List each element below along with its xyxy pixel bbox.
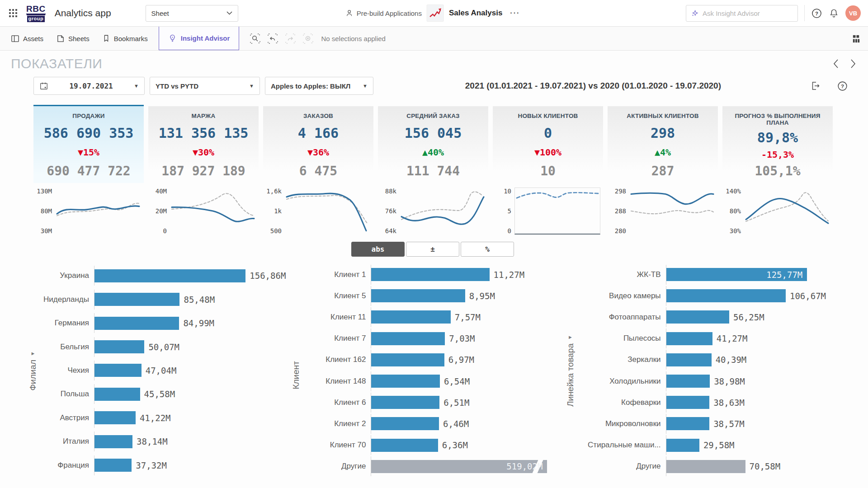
- apples-to-apples-dropdown[interactable]: Apples to Apples: ВЫКЛ ▼: [265, 77, 373, 95]
- bar[interactable]: [371, 268, 489, 281]
- kpi-card[interactable]: ПРОДАЖИ 586 690 353 ▼15% 690 477 722: [33, 105, 144, 183]
- bar-category-label[interactable]: Зеркалки: [581, 355, 666, 364]
- bar[interactable]: [666, 460, 745, 473]
- bar-category-label[interactable]: ЖК-ТВ: [581, 270, 666, 279]
- bar[interactable]: [94, 459, 132, 472]
- bar-category-label[interactable]: Клиент 11: [307, 313, 371, 322]
- bar[interactable]: [371, 375, 440, 388]
- bar-track: 7,57M: [371, 307, 553, 327]
- bar-category-label[interactable]: Стиральные маши...: [581, 441, 666, 450]
- more-menu-button[interactable]: ···: [507, 9, 523, 17]
- bar-category-label[interactable]: Германия: [43, 319, 94, 328]
- bar[interactable]: [94, 269, 245, 282]
- bar[interactable]: [94, 435, 132, 448]
- tab-insight-advisor[interactable]: Insight Advisor: [159, 26, 240, 50]
- bar[interactable]: 125,77M: [666, 268, 807, 281]
- bar-category-label[interactable]: Чехия: [43, 366, 94, 375]
- bar[interactable]: [94, 317, 179, 330]
- export-icon[interactable]: [810, 80, 821, 91]
- kpi-card[interactable]: СРЕДНИЙ ЗАКАЗ 156 045 ▲40% 111 744: [378, 105, 488, 183]
- bar-category-label[interactable]: Нидерланды: [43, 295, 94, 304]
- bar[interactable]: [666, 332, 712, 345]
- bar-category-label[interactable]: Бельгия: [43, 343, 94, 352]
- bar-track: 38,57M: [666, 414, 854, 434]
- tab-assets[interactable]: Assets: [5, 27, 50, 50]
- bar-category-label[interactable]: Клиент 1: [307, 270, 371, 279]
- bar[interactable]: [94, 388, 140, 401]
- bar-category-label[interactable]: Холодильники: [581, 377, 666, 386]
- bar-category-label[interactable]: Пылесосы: [581, 334, 666, 343]
- bar[interactable]: [371, 332, 445, 345]
- bar[interactable]: [94, 340, 144, 353]
- bar[interactable]: [371, 439, 438, 452]
- bar-category-label[interactable]: Клиент 5: [307, 291, 371, 300]
- bar-category-label[interactable]: Видео камеры: [581, 291, 666, 300]
- help-button[interactable]: ?: [811, 8, 822, 19]
- dimension-scroll-arrow-icon[interactable]: ►: [568, 334, 573, 340]
- toggle-abs[interactable]: abs: [351, 242, 405, 257]
- toggle-%[interactable]: %: [461, 242, 514, 257]
- bar[interactable]: [371, 353, 444, 366]
- bar-track: 85,48M: [94, 290, 286, 310]
- bar-category-label[interactable]: Другие: [307, 462, 371, 471]
- bar-category-label[interactable]: Клиент 7: [307, 334, 371, 343]
- bar-category-label[interactable]: Кофеварки: [581, 398, 666, 407]
- kpi-card[interactable]: АКТИВНЫХ КЛИЕНТОВ 298 ▲4% 287: [608, 105, 718, 183]
- bar[interactable]: [666, 353, 712, 366]
- logo-text-rbc: RBC: [26, 5, 46, 14]
- clear-selections-icon[interactable]: [302, 33, 314, 44]
- bar[interactable]: [666, 289, 786, 302]
- bar[interactable]: [371, 310, 450, 324]
- notifications-bell-button[interactable]: [829, 8, 839, 19]
- comparison-mode-dropdown[interactable]: YTD vs PYTD ▼: [150, 77, 260, 95]
- bar[interactable]: [666, 375, 710, 388]
- bar[interactable]: [371, 396, 439, 409]
- bar-category-label[interactable]: Микроволновки: [581, 419, 666, 428]
- tab-bookmarks[interactable]: Bookmarks: [96, 27, 154, 50]
- kpi-card[interactable]: ПРОГНОЗ % ВЫПОЛНЕНИЯ ПЛАНА 89,8% -15,3% …: [722, 105, 833, 183]
- toggle-±[interactable]: ±: [406, 242, 459, 257]
- bar[interactable]: [666, 396, 710, 409]
- dimension-scroll-arrow-icon[interactable]: ►: [31, 351, 36, 356]
- kpi-sparklines-row: 130M80M30M40M20M01,6k1k50088k76k64k10502…: [33, 186, 833, 236]
- bar[interactable]: [94, 293, 179, 306]
- bar[interactable]: [666, 439, 699, 452]
- bar-category-label[interactable]: Австрия: [43, 413, 94, 422]
- bar-category-label[interactable]: Украина: [43, 271, 94, 280]
- bar-category-label[interactable]: Фотоаппараты: [581, 313, 666, 322]
- bar[interactable]: [666, 310, 729, 324]
- bar-category-label[interactable]: Клиент 162: [307, 355, 371, 364]
- sheet-help-icon[interactable]: ?: [837, 80, 848, 92]
- step-back-selection-icon[interactable]: [267, 33, 278, 44]
- bar-category-label[interactable]: Другие: [581, 462, 666, 471]
- bar[interactable]: [94, 364, 142, 377]
- bar-category-label[interactable]: Польша: [43, 389, 94, 399]
- kpi-card[interactable]: МАРЖА 131 356 135 ▼30% 187 927 189: [148, 105, 259, 183]
- bar[interactable]: [371, 417, 439, 430]
- prebuild-applications-link[interactable]: Pre-build Applications: [345, 9, 422, 17]
- date-picker[interactable]: 19.07.2021 ▼: [33, 77, 145, 95]
- bar-category-label[interactable]: Клиент 70: [307, 441, 371, 450]
- app-launcher-icon[interactable]: [7, 7, 19, 19]
- search-selections-icon[interactable]: [249, 33, 261, 44]
- bar-category-label[interactable]: Клиент 148: [307, 377, 371, 386]
- kpi-card[interactable]: НОВЫХ КЛИЕНТОВ 0 ▼100% 10: [493, 105, 603, 183]
- next-sheet-button[interactable]: [848, 57, 858, 70]
- bar-category-label[interactable]: Клиент 2: [307, 419, 371, 428]
- insight-advisor-search[interactable]: [686, 5, 798, 22]
- bar[interactable]: [371, 289, 465, 302]
- bar-category-label[interactable]: Клиент 6: [307, 398, 371, 407]
- user-avatar[interactable]: VB: [845, 5, 861, 21]
- bar[interactable]: [94, 411, 136, 424]
- tab-sheets[interactable]: Sheets: [50, 27, 96, 50]
- bar[interactable]: [666, 417, 710, 430]
- search-input[interactable]: [703, 9, 793, 17]
- previous-sheet-button[interactable]: [831, 57, 841, 70]
- bar-category-label[interactable]: Франция: [43, 461, 94, 470]
- sheet-selector[interactable]: Sheet: [146, 5, 238, 22]
- bar-category-label[interactable]: Италия: [43, 437, 94, 446]
- sheet-overview-icon[interactable]: [851, 34, 861, 43]
- bar[interactable]: 519,02M: [371, 460, 547, 473]
- step-forward-selection-icon[interactable]: [284, 33, 296, 44]
- kpi-card[interactable]: ЗАКАЗОВ 4 166 ▼36% 6 475: [263, 105, 373, 183]
